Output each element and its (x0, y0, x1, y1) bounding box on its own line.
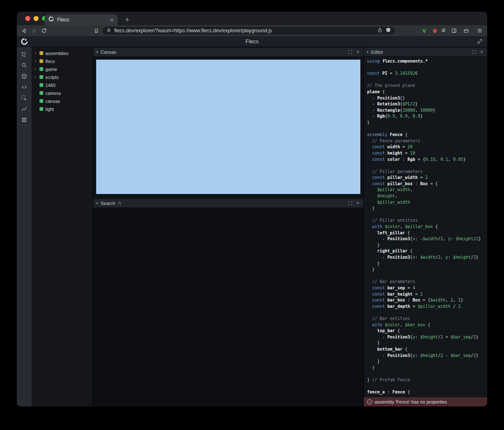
editor-panel: ▾ Editor ✕ using flecs.components.* cons… (364, 47, 487, 406)
icon-rail (17, 47, 32, 406)
code-content[interactable]: using flecs.components.* const PI = 3.14… (364, 57, 487, 397)
code-line: } (367, 120, 484, 126)
bookmark-icon[interactable] (92, 27, 100, 34)
entity-tree: ›assemblies›flecs›game›scripts1460camera… (32, 47, 93, 406)
extensions-puzzle-icon[interactable] (440, 27, 448, 34)
menu-icon[interactable] (476, 27, 483, 34)
brave-shield-icon[interactable] (386, 27, 391, 34)
url-text[interactable]: flecs.dev/explorer/?wasm=https://www.fle… (114, 28, 374, 34)
tree-item-light[interactable]: light (32, 105, 93, 113)
tree-item-label: flecs (45, 59, 55, 64)
code-line: right_pillar { (367, 248, 484, 254)
canvas-panel-body (93, 57, 363, 199)
code-line: $pillar_width, (367, 187, 484, 193)
tree-item-1460[interactable]: 1460 (32, 81, 93, 89)
code-line (367, 65, 484, 71)
expand-panel-icon[interactable] (348, 50, 353, 55)
expand-panel-icon[interactable] (472, 50, 477, 55)
code-line: const bar_depth = $pillar_width / 2 (367, 304, 484, 310)
expand-arrow-icon[interactable]: › (34, 67, 37, 71)
code-line: // Bar parameters (367, 279, 484, 285)
code-line: // Fence parameters (367, 138, 484, 144)
code-line: const color : Rgb = {0.15, 0.1, 0.05} (367, 157, 484, 163)
share-icon[interactable] (377, 27, 383, 34)
tree-item-label: scripts (45, 75, 59, 80)
code-line (367, 77, 484, 83)
share-link-icon[interactable] (477, 38, 483, 46)
tree-item-game[interactable]: ›game (32, 65, 93, 73)
tree-item-canvas[interactable]: canvas (32, 97, 93, 105)
expand-arrow-icon[interactable]: › (34, 75, 37, 79)
entity-type-icon (39, 83, 43, 87)
close-panel-icon[interactable]: ✕ (479, 50, 484, 55)
close-panel-icon[interactable]: ✕ (355, 201, 360, 206)
chevron-down-icon[interactable]: ▾ (96, 202, 98, 205)
extension-dot-icon[interactable] (431, 27, 438, 34)
entity-type-icon (39, 51, 43, 55)
code-line: const pillar_box : Box = { (367, 181, 484, 187)
tree-item-assemblies[interactable]: ›assemblies (32, 49, 93, 57)
expand-arrow-icon[interactable]: › (34, 51, 37, 55)
tree-item-camera[interactable]: camera (32, 89, 93, 97)
chevron-down-icon[interactable]: ▾ (367, 50, 369, 54)
code-line: const height = 10 (367, 150, 484, 157)
expand-arrow-icon[interactable]: › (34, 59, 37, 63)
canvas-viewport[interactable] (96, 60, 360, 194)
sidebar-panel-icon[interactable] (450, 27, 458, 34)
lock-icon[interactable] (106, 27, 111, 34)
code-line: // The ground plane (367, 83, 484, 89)
back-button[interactable] (20, 27, 28, 34)
url-bar[interactable]: flecs.dev/explorer/?wasm=https://www.fle… (102, 27, 395, 34)
code-line: left_pillar { (367, 230, 484, 236)
code-line: } (367, 267, 484, 273)
stats-icon[interactable] (21, 105, 28, 113)
editor-panel-title: Editor (371, 50, 383, 55)
code-line: const width = 20 (367, 144, 484, 150)
entity-type-icon (39, 99, 43, 103)
code-line (367, 371, 484, 377)
entity-tree-icon[interactable] (21, 50, 28, 58)
extension-v-icon[interactable]: V (420, 27, 428, 34)
code-line: const bar_height = 2 (367, 291, 484, 298)
close-window-button[interactable] (25, 16, 30, 21)
entity-type-icon (39, 91, 43, 95)
tree-item-scripts[interactable]: ›scripts (32, 73, 93, 81)
code-line: // Bar entities (367, 316, 484, 322)
queries-icon[interactable] (21, 116, 28, 123)
code-line: - Position3{} (367, 95, 484, 102)
tree-item-label: canvas (45, 99, 60, 104)
search-panel-body (93, 208, 363, 406)
entities-icon[interactable] (21, 72, 28, 80)
reload-button[interactable] (40, 27, 48, 34)
canvas-panel-title: Canvas (101, 50, 116, 55)
new-tab-button[interactable]: + (123, 15, 132, 24)
forward-button[interactable] (30, 27, 38, 34)
browser-tab[interactable]: Flecs ✕ (45, 14, 118, 25)
tree-item-flecs[interactable]: ›flecs (32, 57, 93, 65)
code-line: } // Prefab Fence (367, 377, 484, 383)
tab-close-icon[interactable]: ✕ (110, 18, 114, 22)
code-line: } (367, 365, 484, 371)
close-panel-icon[interactable]: ✕ (355, 50, 360, 55)
search-icon (118, 201, 122, 205)
inspect-icon[interactable] (21, 94, 28, 102)
code-line: const PI = 3.1415926 (367, 71, 484, 77)
code-icon[interactable] (21, 83, 28, 91)
error-message: assembly 'Fence' has no properties (375, 399, 447, 404)
entity-type-icon (39, 107, 43, 111)
tree-item-label: game (45, 67, 57, 72)
code-line (367, 126, 484, 132)
code-line (367, 309, 484, 316)
code-line: bottom_bar { (367, 346, 484, 353)
chevron-down-icon[interactable]: ▾ (96, 50, 98, 54)
code-line: } (367, 242, 484, 249)
entity-type-icon (39, 75, 43, 79)
wallet-icon[interactable] (462, 27, 470, 34)
code-line: using flecs.components.* (367, 58, 484, 65)
browser-toolbar: flecs.dev/explorer/?wasm=https://www.fle… (17, 25, 487, 36)
code-line: $pillar_width (367, 199, 484, 206)
code-line: assembly Fence { (367, 132, 484, 138)
expand-panel-icon[interactable] (348, 201, 353, 206)
minimize-window-button[interactable] (34, 16, 39, 21)
search-icon[interactable] (21, 61, 28, 69)
